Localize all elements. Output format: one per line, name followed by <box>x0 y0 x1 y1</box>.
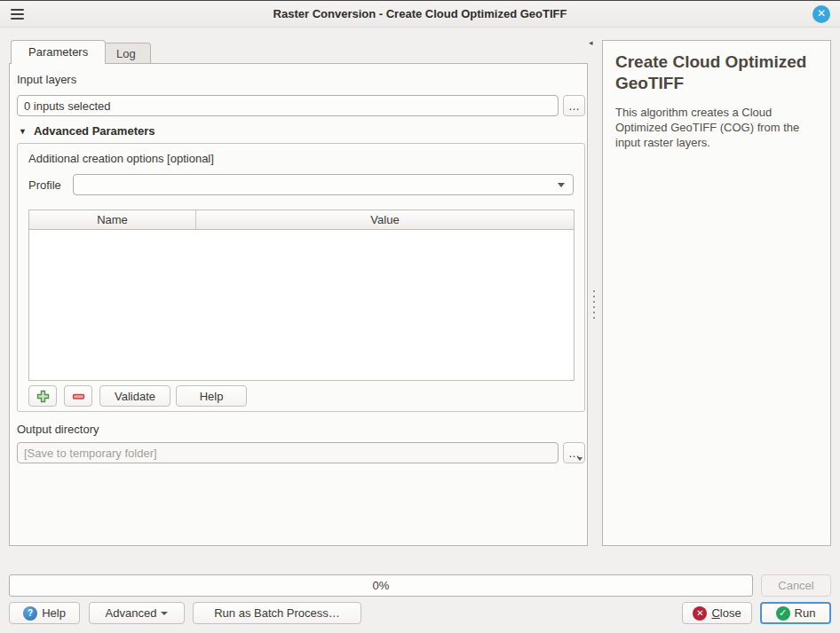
algorithm-description: This algorithm creates a Cloud Optimized… <box>615 105 818 150</box>
output-directory-label: Output directory <box>17 423 99 436</box>
advanced-parameters-header[interactable]: ▼Advanced Parameters <box>19 124 155 138</box>
green-plus-icon <box>36 390 50 403</box>
tab-parameters[interactable]: Parameters <box>11 40 106 64</box>
run-as-batch-button[interactable]: Run as Batch Process… <box>193 602 361 624</box>
splitter-collapse-icon[interactable]: ◂ <box>589 38 593 47</box>
options-table-body[interactable] <box>29 230 574 381</box>
dialog-window: Raster Conversion - Create Cloud Optimiz… <box>0 0 840 633</box>
add-row-button[interactable] <box>28 385 57 407</box>
progress-bar: 0% <box>9 574 753 597</box>
input-layers-browse-button[interactable]: … <box>563 95 585 116</box>
options-table[interactable]: Name Value <box>28 210 575 381</box>
close-button-label: Close <box>711 606 741 620</box>
window-close-icon[interactable]: ✕ <box>812 5 830 23</box>
creation-options-groupbox: Additional creation options [optional] P… <box>17 143 585 412</box>
advanced-parameters-label: Advanced Parameters <box>34 124 155 138</box>
algorithm-title: Create Cloud Optimized GeoTIFF <box>615 51 818 94</box>
output-directory-field[interactable] <box>17 442 559 463</box>
collapse-triangle-icon: ▼ <box>19 127 27 136</box>
chevron-down-icon <box>161 612 168 615</box>
run-button-label: Run <box>795 606 816 620</box>
run-icon: ✓ <box>776 606 790 621</box>
creation-options-label: Additional creation options [optional] <box>28 152 214 165</box>
tab-log[interactable]: Log <box>101 43 151 64</box>
options-help-button[interactable]: Help <box>176 385 247 407</box>
window-title: Raster Conversion - Create Cloud Optimiz… <box>0 7 840 20</box>
help-button-label: Help <box>42 606 66 620</box>
red-minus-icon <box>72 390 85 403</box>
close-icon: ✕ <box>693 606 707 621</box>
validate-button[interactable]: Validate <box>99 385 170 407</box>
algorithm-help-panel: Create Cloud Optimized GeoTIFF This algo… <box>602 40 831 546</box>
help-button[interactable]: ? Help <box>9 602 80 624</box>
progress-value: 0% <box>373 579 390 592</box>
help-icon: ? <box>23 606 37 621</box>
input-layers-field[interactable] <box>17 95 559 116</box>
output-directory-browse-button[interactable]: … <box>563 442 585 463</box>
chevron-down-icon <box>558 183 565 187</box>
splitter-handle[interactable] <box>593 290 596 322</box>
profile-select[interactable] <box>73 174 574 195</box>
input-layers-label: Input layers <box>17 73 76 86</box>
column-header-name: Name <box>29 210 196 229</box>
run-button[interactable]: ✓ Run <box>760 602 831 624</box>
advanced-button-label: Advanced <box>106 606 157 620</box>
parameters-panel: Input layers … ▼Advanced Parameters Addi… <box>9 63 588 546</box>
menu-corner-arrow-icon <box>577 457 582 461</box>
cancel-button[interactable]: Cancel <box>761 574 831 597</box>
advanced-button[interactable]: Advanced <box>89 602 185 624</box>
titlebar: Raster Conversion - Create Cloud Optimiz… <box>0 2 840 28</box>
close-button[interactable]: ✕ Close <box>682 602 752 624</box>
profile-label: Profile <box>28 178 61 192</box>
options-table-header: Name Value <box>29 210 574 230</box>
remove-row-button[interactable] <box>64 385 92 407</box>
column-header-value: Value <box>196 210 574 229</box>
